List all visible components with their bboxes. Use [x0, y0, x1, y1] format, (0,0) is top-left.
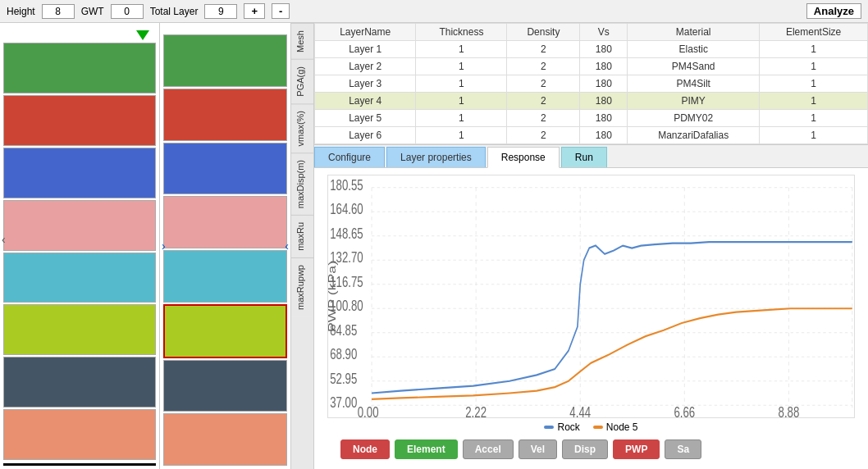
svg-text:68.90: 68.90 [330, 346, 357, 362]
cell-name: Layer 3 [315, 75, 416, 93]
mid-layer-0[interactable] [163, 34, 287, 87]
layer-table: LayerName Thickness Density Vs Material … [314, 23, 868, 144]
main-area: ‹ › ‹ Mesh PGA(g) vmax(%) maxDisp(m) max… [0, 23, 868, 469]
triangle-marker [136, 30, 149, 40]
svg-text:2.22: 2.22 [465, 404, 487, 417]
table-row[interactable]: Layer 2 1 2 180 PM4Sand 1 [315, 58, 868, 75]
vertical-tabs: Mesh PGA(g) vmax(%) maxDisp(m) maxRu max… [291, 23, 314, 469]
cell-name: Layer 4 [315, 93, 416, 110]
total-layer-input[interactable] [204, 4, 237, 19]
cell-vs: 180 [580, 75, 628, 93]
right-content: Mesh PGA(g) vmax(%) maxDisp(m) maxRu max… [291, 23, 868, 469]
cell-density: 2 [507, 41, 580, 58]
node5-color-indicator [593, 426, 603, 429]
svg-text:PWP (kPa): PWP (kPa) [328, 261, 337, 332]
col-header-thickness: Thickness [416, 24, 507, 41]
total-layer-label: Total Layer [150, 6, 199, 17]
layer-block-0[interactable] [3, 43, 156, 93]
vtab-maxru[interactable]: maxRu [291, 215, 313, 257]
cell-elementsize: 1 [760, 41, 868, 58]
col-header-density: Density [507, 24, 580, 41]
mid-layer-7[interactable] [163, 413, 287, 466]
table-row[interactable]: Layer 6 1 2 180 ManzariDafalias 1 [315, 127, 868, 144]
height-input[interactable] [42, 4, 75, 19]
cell-density: 2 [507, 75, 580, 93]
accel-button[interactable]: Accel [463, 439, 514, 459]
svg-text:52.95: 52.95 [330, 371, 357, 386]
node-button[interactable]: Node [340, 439, 390, 459]
tab-layer-properties[interactable]: Layer properties [386, 147, 486, 167]
sa-button[interactable]: Sa [665, 439, 701, 459]
vtab-vmax[interactable]: vmax(%) [291, 103, 313, 153]
bottom-buttons: Node Element Accel Vel Disp PWP Sa [327, 436, 855, 462]
cell-elementsize: 1 [760, 93, 868, 110]
table-row[interactable]: Layer 5 1 2 180 PDMY02 1 [315, 110, 868, 127]
mid-panel: › ‹ [160, 23, 291, 469]
legend-rock-label: Rock [557, 421, 579, 433]
cell-material: PIMY [628, 93, 760, 110]
tab-configure[interactable]: Configure [314, 147, 385, 167]
cell-elementsize: 1 [760, 75, 868, 93]
tabs-bar: Configure Layer properties Response Run [314, 145, 868, 168]
layer-block-3[interactable] [3, 200, 156, 251]
svg-text:8.88: 8.88 [779, 404, 800, 417]
remove-layer-button[interactable]: - [272, 3, 290, 19]
tab-response[interactable]: Response [487, 147, 560, 168]
tab-run[interactable]: Run [561, 147, 607, 167]
layer-block-4[interactable] [3, 253, 156, 303]
cell-thickness: 1 [416, 93, 507, 110]
col-header-name: LayerName [315, 24, 416, 41]
pwp-button[interactable]: PWP [613, 439, 660, 459]
height-label: Height [7, 6, 35, 17]
cell-vs: 180 [580, 41, 628, 58]
layer-block-1[interactable] [3, 95, 156, 146]
cell-elementsize: 1 [760, 110, 868, 127]
base-line [3, 463, 156, 466]
mid-layer-2[interactable] [163, 143, 287, 195]
arrow-down-icon: ‹ [2, 233, 6, 246]
vtab-mesh[interactable]: Mesh [291, 23, 313, 59]
table-row[interactable]: Layer 3 1 2 180 PM4Silt 1 [315, 75, 868, 93]
mid-arrow-right-icon: ‹ [285, 239, 289, 253]
top-bar: Height GWT Total Layer + - Analyze [0, 0, 868, 23]
legend-rock: Rock [544, 421, 579, 433]
chart-area: 180.55 164.60 148.65 132.70 116.75 100.8… [314, 168, 868, 469]
vtab-pga[interactable]: PGA(g) [291, 59, 313, 103]
add-layer-button[interactable]: + [244, 3, 265, 19]
mid-layer-5[interactable] [163, 304, 287, 358]
cell-vs: 180 [580, 93, 628, 110]
layer-table-area: LayerName Thickness Density Vs Material … [314, 23, 868, 145]
cell-thickness: 1 [416, 41, 507, 58]
layer-block-7[interactable] [3, 409, 156, 460]
svg-text:6.66: 6.66 [674, 404, 695, 417]
cell-thickness: 1 [416, 75, 507, 93]
mid-layer-3[interactable] [163, 196, 287, 248]
analyze-button[interactable]: Analyze [806, 3, 861, 19]
layer-block-5[interactable] [3, 304, 156, 355]
cell-material: PM4Silt [628, 75, 760, 93]
cell-density: 2 [507, 93, 580, 110]
table-row[interactable]: Layer 1 1 2 180 Elastic 1 [315, 41, 868, 58]
cell-vs: 180 [580, 127, 628, 144]
cell-thickness: 1 [416, 110, 507, 127]
mid-arrow-left-icon: › [162, 239, 166, 253]
gwt-input[interactable] [111, 4, 144, 19]
mid-layer-1[interactable] [163, 89, 287, 141]
vel-button[interactable]: Vel [519, 439, 557, 459]
cell-name: Layer 1 [315, 41, 416, 58]
cell-material: Elastic [628, 41, 760, 58]
cell-vs: 180 [580, 110, 628, 127]
cell-name: Layer 6 [315, 127, 416, 144]
right-main: LayerName Thickness Density Vs Material … [314, 23, 868, 469]
cell-thickness: 1 [416, 127, 507, 144]
element-button[interactable]: Element [395, 439, 458, 459]
layer-block-6[interactable] [3, 357, 156, 408]
vtab-maxrupwp[interactable]: maxRupwp [291, 257, 313, 316]
disp-button[interactable]: Disp [562, 439, 608, 459]
table-row-highlighted[interactable]: Layer 4 1 2 180 PIMY 1 [315, 93, 868, 110]
mid-layer-6[interactable] [163, 360, 287, 412]
vtab-maxdisp[interactable]: maxDisp(m) [291, 153, 313, 215]
layer-block-2[interactable] [3, 148, 156, 198]
svg-text:0.00: 0.00 [358, 404, 379, 417]
mid-layer-4[interactable] [163, 250, 287, 303]
